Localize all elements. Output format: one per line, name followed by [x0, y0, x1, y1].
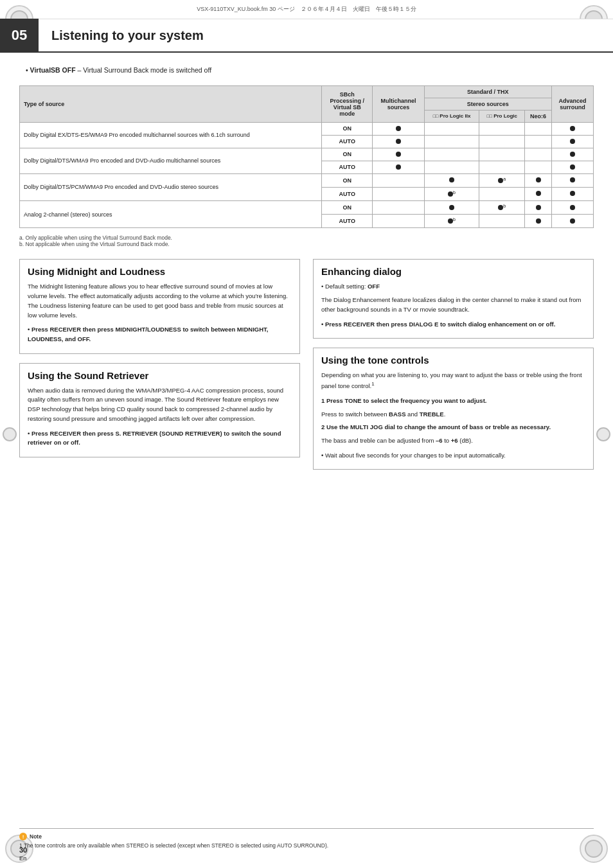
pro-logic-cell	[479, 215, 525, 228]
tone-section: Using the tone controls Depending on wha…	[313, 348, 594, 470]
source-name-cell: Dolby Digital/DTS/WMA9 Pro encoded and D…	[20, 148, 322, 173]
right-binding-circle	[596, 427, 610, 441]
right-column: Enhancing dialog • Default setting: OFF …	[313, 259, 594, 479]
virtualSB-off-desc: – Virtual Surround Back mode is switched…	[78, 66, 212, 74]
mode-cell: AUTO	[322, 135, 373, 148]
pro-logic-cell	[479, 148, 525, 161]
mode-cell: ON	[322, 122, 373, 135]
neo6-cell	[525, 122, 552, 135]
chapter-header: 05 Listening to your system	[0, 19, 613, 53]
dialog-body: • Default setting: OFF The Dialog Enhanc…	[321, 282, 585, 329]
multichannel-cell	[373, 201, 425, 215]
tone-sup: 1	[371, 381, 374, 387]
mode-cell: ON	[322, 201, 373, 215]
table-row: Dolby Digital/DTS/PCM/WMA9 Pro encoded a…	[20, 173, 594, 187]
pro-logic-iix-cell: b	[424, 187, 479, 200]
bottom-note: ! Note 1 The tone controls are only avai…	[19, 828, 594, 849]
neo6-cell	[525, 135, 552, 148]
note-text: 1 The tone controls are only available w…	[19, 842, 594, 849]
multichannel-cell	[373, 148, 425, 161]
neo6-cell	[525, 187, 552, 200]
retriever-body: When audio data is removed during the WM…	[28, 386, 292, 448]
advanced-cell	[551, 135, 593, 148]
left-column: Using Midnight and Loudness The Midnight…	[19, 259, 300, 479]
mode-cell: AUTO	[322, 187, 373, 200]
advanced-cell	[551, 148, 593, 161]
retriever-section: Using the Sound Retriever When audio dat…	[19, 363, 300, 457]
footnote-b: b. Not applicable when using the Virtual…	[19, 241, 594, 247]
table-row: Analog 2-channel (stereo) sourcesONb	[20, 201, 594, 215]
multichannel-cell	[373, 187, 425, 200]
multichannel-cell	[373, 135, 425, 148]
note-icon: !	[19, 833, 27, 840]
neo6-cell	[525, 201, 552, 215]
virtualSB-off-label: VirtualSB OFF	[30, 66, 76, 74]
col-neo6-header: Neo:6	[525, 110, 552, 122]
pro-logic-cell: b	[479, 201, 525, 215]
advanced-cell	[551, 161, 593, 173]
main-content: • VirtualSB OFF – Virtual Surround Back …	[19, 53, 594, 829]
col-source-header: Type of source	[20, 85, 322, 122]
note-label: ! Note	[19, 833, 594, 840]
footnote-a: a. Only applicable when using the Virtua…	[19, 235, 594, 241]
pro-logic-iix-cell	[424, 135, 479, 148]
dialog-title: Enhancing dialog	[321, 266, 585, 277]
source-table: Type of source SBchProcessing /Virtual S…	[19, 85, 594, 229]
two-col-layout: Using Midnight and Loudness The Midnight…	[19, 259, 594, 479]
source-name-cell: Dolby Digital/DTS/PCM/WMA9 Pro encoded a…	[20, 173, 322, 200]
multichannel-cell	[373, 173, 425, 187]
neo6-cell	[525, 148, 552, 161]
retriever-title: Using the Sound Retriever	[28, 370, 292, 381]
pro-logic-iix-cell	[424, 148, 479, 161]
midnight-section: Using Midnight and Loudness The Midnight…	[19, 259, 300, 353]
advanced-cell	[551, 215, 593, 228]
table-row: Dolby Digital/DTS/WMA9 Pro encoded and D…	[20, 148, 594, 161]
multichannel-cell	[373, 122, 425, 135]
page-number: 30 En	[19, 846, 27, 862]
mode-cell: ON	[322, 148, 373, 161]
chapter-number: 05	[0, 19, 39, 52]
neo6-cell	[525, 161, 552, 173]
dialog-section: Enhancing dialog • Default setting: OFF …	[313, 259, 594, 339]
source-name-cell: Analog 2-channel (stereo) sources	[20, 201, 322, 228]
left-binding-circle	[3, 427, 17, 441]
col-stereo-sources-header: Stereo sources	[424, 98, 551, 110]
tone-body: Depending on what you are listening to, …	[321, 371, 585, 460]
pro-logic-iix-cell	[424, 173, 479, 187]
col-multichannel-header: Multichannelsources	[373, 85, 425, 122]
multichannel-cell	[373, 161, 425, 173]
pro-logic-cell: a	[479, 173, 525, 187]
midnight-body: The Midnight listening feature allows yo…	[28, 282, 292, 344]
advanced-cell	[551, 122, 593, 135]
retriever-bullet: Press RECEIVER then press S. RETRIEVER (…	[28, 429, 292, 448]
col-advanced-header: Advancedsurround	[551, 85, 593, 122]
tone-bullet2: Wait about five seconds for your changes…	[321, 451, 585, 461]
col-sbch-header: SBchProcessing /Virtual SBmode	[322, 85, 373, 122]
advanced-cell	[551, 173, 593, 187]
col-pro-logic-iix-header: □□ Pro Logic IIx	[424, 110, 479, 122]
col-standard-thx-header: Standard / THX	[424, 85, 551, 98]
neo6-cell	[525, 215, 552, 228]
dialog-bullet: Press RECEIVER then press DIALOG E to sw…	[321, 320, 585, 330]
table-row: Dolby Digital EX/DTS-ES/WMA9 Pro encoded…	[20, 122, 594, 135]
multichannel-cell	[373, 215, 425, 228]
table-footnotes: a. Only applicable when using the Virtua…	[19, 235, 594, 247]
midnight-bullet: Press RECEIVER then press MIDNIGHT/LOUDN…	[28, 325, 292, 344]
pro-logic-iix-cell	[424, 161, 479, 173]
neo6-cell	[525, 173, 552, 187]
pro-logic-cell	[479, 161, 525, 173]
top-bar: VSX-9110TXV_KU.book.fm 30 ページ ２０６年４月４日 火…	[0, 0, 613, 19]
advanced-cell	[551, 187, 593, 200]
intro-bullet: • VirtualSB OFF – Virtual Surround Back …	[19, 66, 594, 76]
mode-cell: ON	[322, 173, 373, 187]
pro-logic-cell	[479, 187, 525, 200]
chapter-title: Listening to your system	[51, 28, 204, 43]
tone-title: Using the tone controls	[321, 355, 585, 366]
pro-logic-iix-cell	[424, 201, 479, 215]
pro-logic-cell	[479, 135, 525, 148]
advanced-cell	[551, 201, 593, 215]
pro-logic-cell	[479, 122, 525, 135]
pro-logic-iix-cell	[424, 122, 479, 135]
source-name-cell: Dolby Digital EX/DTS-ES/WMA9 Pro encoded…	[20, 122, 322, 148]
bullet-marker: •	[26, 66, 30, 74]
